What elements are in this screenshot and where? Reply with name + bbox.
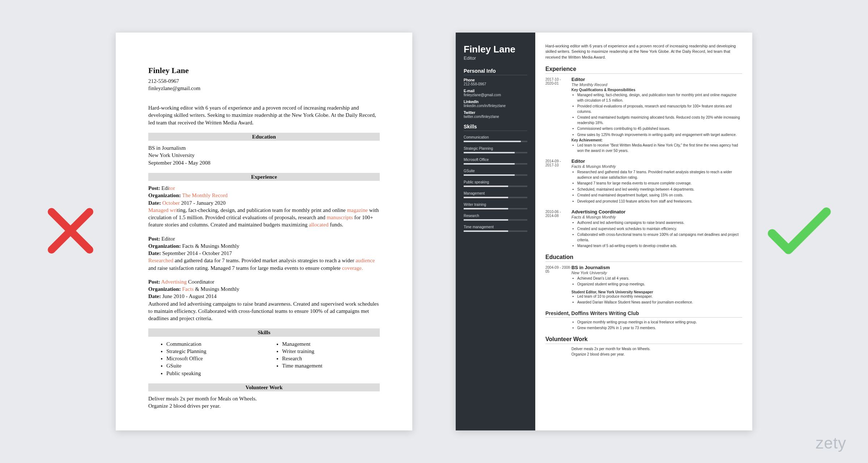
section-skills: Skills — [148, 328, 380, 336]
skill-item: Writer training — [282, 348, 380, 355]
bullet: Created and supervised work schedules to… — [577, 226, 742, 232]
bullet: Created and maintained department budget… — [577, 193, 742, 198]
bullet: Authored and led advertising campaigns t… — [577, 220, 742, 226]
job-block: 2010-06 -2014-08Advertising CoordinatorF… — [545, 209, 742, 250]
skill-bar: GSuite — [464, 169, 527, 176]
job-block: 2017-10 -2020-01EditorThe Monthly Record… — [545, 77, 742, 154]
bullet: Achieved Dean's List all 4 years. — [577, 276, 742, 281]
skill-bar: Time management — [464, 225, 527, 232]
job-2: Post: Editor Organization: Facts & Musin… — [148, 235, 380, 272]
bullet: Grew sales by 125% through improvements … — [577, 132, 742, 138]
section-education: Education — [148, 133, 380, 141]
bullet: Scheduled, maintained and led weekly mee… — [577, 187, 742, 192]
bullet: Commissioned writers contributing to 45 … — [577, 126, 742, 132]
name: Finley Lane — [464, 44, 527, 55]
vol2: Organize 2 blood drives per year. — [148, 402, 380, 409]
job-block: 2014-09 -2017-10EditorFacts & Musings Mo… — [545, 158, 742, 205]
sec-education: Education — [545, 254, 742, 262]
summary: Hard-working editor with 6 years of expe… — [148, 104, 380, 126]
skill-item: Communication — [166, 340, 264, 348]
section-volunteer: Volunteer Work — [148, 383, 380, 391]
skill-bar: Communication — [464, 135, 527, 142]
bullet: Led team to receive "Best Written Media … — [577, 143, 742, 153]
sec-personal: Personal Info — [464, 68, 527, 75]
name: Finley Lane — [148, 65, 380, 76]
bullet: Organized student writing group meetings… — [577, 282, 742, 287]
bullet: Managed team of 5 ad-writing experts to … — [577, 243, 742, 249]
bullet: Provided critical evaluations of proposa… — [577, 104, 742, 114]
sidebar: Finley Lane Editor Personal Info Phone 2… — [456, 33, 535, 430]
svg-line-0 — [52, 212, 90, 250]
check-icon — [767, 202, 832, 261]
degree: BS in Journalism — [148, 144, 380, 152]
bullet: Grew membership 20% in 1 year to 73 memb… — [577, 326, 742, 331]
skill-item: Public speaking — [166, 370, 264, 377]
bullet: Managed writing, fact-checking, design, … — [577, 93, 742, 103]
skill-bar: Microsoft Office — [464, 158, 527, 165]
skill-bar: Strategic Planning — [464, 146, 527, 153]
skill-item: Microsoft Office — [166, 355, 264, 362]
email: finleyzlane@gmail.com — [148, 85, 380, 92]
skill-item: Time management — [282, 362, 380, 369]
bullet: Managed 7 teams for large media events t… — [577, 181, 742, 186]
bullet: Created and maintained budgets maximizin… — [577, 115, 742, 126]
resume-page-bad: Finley Lane 212-558-0967 finleyzlane@gma… — [116, 33, 412, 430]
svg-line-1 — [52, 212, 90, 250]
bullet: Collaborated with cross-functional teams… — [577, 232, 742, 243]
skill-item: Management — [282, 340, 380, 348]
summary: Hard-working editor with 6 years of expe… — [545, 43, 742, 60]
skill-item: Strategic Planning — [166, 348, 264, 355]
section-experience: Experience — [148, 173, 380, 181]
bullet: Organize monthly writing group meetings … — [577, 320, 742, 325]
job-3: Post: Advertising Coordinator Organizati… — [148, 278, 380, 322]
main-content: Hard-working editor with 6 years of expe… — [535, 33, 752, 430]
club-title: President, Doffins Writers Writing Club — [545, 310, 742, 318]
school: New York University — [148, 152, 380, 159]
skill-bar: Writer training — [464, 203, 527, 209]
sec-volunteer: Volunteer Work — [545, 336, 742, 344]
phone: 212-558-0967 — [148, 77, 380, 85]
bullet: Awarded Darian Wallace Student News awar… — [577, 300, 742, 305]
vol1: Deliver meals 2x per month for Meals on … — [148, 395, 380, 402]
cross-icon — [43, 204, 98, 259]
skills-columns: CommunicationStrategic PlanningMicrosoft… — [148, 340, 380, 377]
brand-watermark: zety — [816, 434, 846, 452]
bullet: Led team of 10 to produce monthly newspa… — [577, 294, 742, 300]
edu-dates: September 2004 - May 2008 — [148, 159, 380, 166]
education-block: 2004-09 - 2008-05 BS in Journalism New Y… — [545, 265, 742, 306]
skill-item: GSuite — [166, 362, 264, 369]
skill-bar: Public speaking — [464, 180, 527, 187]
resume-page-good: Finley Lane Editor Personal Info Phone 2… — [456, 33, 752, 430]
sec-skills: Skills — [464, 124, 527, 131]
bullet: Researched and gathered data for 7 teams… — [577, 170, 742, 180]
skill-item: Research — [282, 355, 380, 362]
skill-bar: Management — [464, 191, 527, 198]
skill-bar: Research — [464, 214, 527, 221]
role: Editor — [464, 55, 527, 61]
bullet: Developed and promoted 110 feature artic… — [577, 199, 742, 204]
sec-experience: Experience — [545, 66, 742, 74]
job-1: Post: Editor Organization: The Monthly R… — [148, 184, 380, 229]
